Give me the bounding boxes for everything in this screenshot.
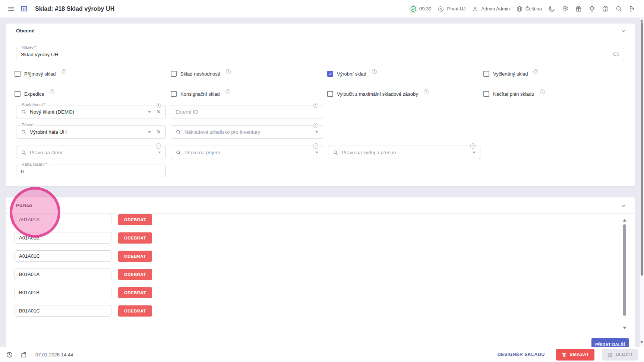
help-icon[interactable] xyxy=(602,5,609,12)
logout-icon[interactable] xyxy=(629,5,636,12)
remove-button[interactable]: ODEBRAT xyxy=(118,269,152,280)
menu-icon[interactable] xyxy=(7,5,15,13)
checkbox-sklad-neshodnosti[interactable]: Sklad neshodností ? xyxy=(171,70,327,77)
scroll-up-icon[interactable] xyxy=(623,219,626,222)
clear-icon[interactable] xyxy=(157,130,161,134)
checkbox-icon xyxy=(483,91,489,97)
section-positions-header[interactable]: Pozice xyxy=(6,197,635,214)
help-badge-icon[interactable]: ? xyxy=(424,89,429,94)
scrollbar-thumb[interactable] xyxy=(641,22,643,276)
checkbox-icon xyxy=(483,71,489,77)
position-row: A01A01B ODEBRAT xyxy=(15,232,635,244)
search-icon xyxy=(333,150,338,155)
help-badge-icon[interactable]: ? xyxy=(313,143,318,149)
position-input[interactable]: A01A01A xyxy=(15,214,111,225)
signpost-icon[interactable] xyxy=(562,5,569,12)
help-badge-icon[interactable]: ? xyxy=(61,69,66,74)
help-badge-icon[interactable]: ? xyxy=(313,103,318,108)
organization-label: První UJ xyxy=(447,6,465,12)
bell-icon[interactable] xyxy=(588,5,596,12)
caret-down-icon xyxy=(315,152,318,153)
caret-down-icon xyxy=(148,131,151,133)
remove-button[interactable]: ODEBRAT xyxy=(118,287,152,298)
help-badge-icon[interactable]: ? xyxy=(156,103,161,108)
company-select[interactable]: Společnost* Nový klient (DEMO) ? xyxy=(16,105,166,118)
search-icon xyxy=(21,150,26,155)
remove-button[interactable]: ODEBRAT xyxy=(118,232,152,244)
moon-icon[interactable] xyxy=(548,5,555,12)
search-icon xyxy=(21,109,26,115)
position-row: B01A01C ODEBRAT xyxy=(15,305,635,317)
globe-icon xyxy=(516,6,523,12)
user-menu[interactable]: Admin Admin xyxy=(472,6,510,12)
remove-button[interactable]: ODEBRAT xyxy=(118,214,152,225)
gift-icon[interactable] xyxy=(575,5,582,12)
section-general-header[interactable]: Obecné xyxy=(6,23,635,38)
warehouse-designer-button[interactable]: DESIGNÉR SKLADU xyxy=(496,350,546,359)
status-time: 09:30 xyxy=(419,6,432,12)
clear-icon[interactable] xyxy=(157,109,161,114)
read-right-select[interactable]: Právo na čtení ? xyxy=(16,146,166,159)
position-input[interactable]: B01A01A xyxy=(15,269,111,280)
organization-menu[interactable]: $ První UJ xyxy=(438,6,465,12)
help-badge-icon[interactable]: ? xyxy=(313,123,318,128)
help-badge-icon[interactable]: ? xyxy=(226,69,231,74)
position-input[interactable]: B01A01C xyxy=(15,305,111,317)
position-row: B01A01B ODEBRAT xyxy=(15,287,635,298)
scrollbar-thumb[interactable] xyxy=(623,224,626,316)
search-icon[interactable] xyxy=(615,5,622,12)
position-input[interactable]: A01A01C xyxy=(15,250,111,262)
checkbox-expedice[interactable]: Expedice ? xyxy=(15,90,171,98)
search-icon xyxy=(176,129,181,135)
help-badge-icon[interactable]: ? xyxy=(156,143,161,149)
remove-button[interactable]: ODEBRAT xyxy=(118,251,152,262)
plant-select-label: Závod xyxy=(22,123,34,127)
scroll-down-icon[interactable] xyxy=(640,341,643,344)
save-button[interactable]: ULOŽIT xyxy=(602,349,638,361)
checkbox-konsignacni-sklad[interactable]: Konsignační sklad ? xyxy=(171,90,327,98)
issue-right-select[interactable]: Právo na výdej a přesun ? xyxy=(328,146,480,159)
bottom-bar: 07.01.2026 14:44 DESIGNÉR SKLADU SMAZAT … xyxy=(0,347,644,362)
help-badge-icon[interactable]: ? xyxy=(225,89,230,94)
position-input[interactable]: A01A01B xyxy=(15,232,111,244)
checkbox-nacitat-plan-skladu[interactable]: Načítat plán skladu ? xyxy=(483,90,624,98)
name-field-value: Sklad výroby UH xyxy=(21,52,59,57)
receipt-right-select[interactable]: Právo na příjem ? xyxy=(171,146,323,159)
help-badge-icon[interactable]: ? xyxy=(470,143,476,149)
sort-weight-field[interactable]: Váha řazení* 0 xyxy=(16,165,166,178)
name-field[interactable]: Název* Sklad výroby UH CS xyxy=(16,48,624,61)
checkbox-label: Expedice xyxy=(24,91,44,97)
checkbox-vyloucit-z-maximalni-zasoby[interactable]: Vyloučit z maximální skladové zásoby ? xyxy=(327,90,483,98)
read-right-placeholder: Právo na čtení xyxy=(30,150,62,155)
language-menu[interactable]: Čeština xyxy=(516,6,542,12)
remove-button[interactable]: ODEBRAT xyxy=(118,305,152,317)
chevron-down-icon[interactable] xyxy=(621,203,626,209)
scroll-down-icon[interactable] xyxy=(623,327,626,329)
help-badge-icon[interactable]: ? xyxy=(372,69,377,74)
caret-down-icon xyxy=(315,131,318,133)
section-positions: Pozice A01A01A ODEBRAT A01A01B ODEBRAT A… xyxy=(5,197,635,361)
plant-select[interactable]: Závod Výrobní hala UH xyxy=(16,125,166,139)
external-id-field[interactable]: Externí ID ? xyxy=(171,105,323,118)
history-icon[interactable] xyxy=(6,351,13,358)
page-scrollbar[interactable] xyxy=(640,18,644,347)
cost-center-select[interactable]: Nákladové středisko pro inventury ? xyxy=(171,125,323,139)
checkbox-vyrobni-sklad[interactable]: Výrobní sklad ? xyxy=(327,70,483,77)
checkbox-vycleneny-sklad[interactable]: Vyčleněný sklad ? xyxy=(483,70,624,77)
status-indicator[interactable]: 09:30 xyxy=(410,6,432,12)
chevron-down-icon[interactable] xyxy=(621,28,626,34)
table-icon xyxy=(20,5,28,12)
help-badge-icon[interactable]: ? xyxy=(533,69,538,74)
issue-right-placeholder: Právo na výdej a přesun xyxy=(342,150,396,155)
scroll-up-icon[interactable] xyxy=(640,19,643,22)
last-modified-timestamp: 07.01.2026 14:44 xyxy=(35,352,73,358)
help-badge-icon[interactable]: ? xyxy=(540,89,545,94)
checkbox-prijmovy-sklad[interactable]: Příjmový sklad ? xyxy=(15,70,171,77)
restore-window-icon[interactable] xyxy=(19,351,26,358)
receipt-right-placeholder: Právo na příjem xyxy=(184,150,220,155)
help-badge-icon[interactable]: ? xyxy=(50,89,54,94)
position-input[interactable]: B01A01B xyxy=(15,287,111,298)
delete-button[interactable]: SMAZAT xyxy=(556,349,594,361)
positions-scrollbar[interactable] xyxy=(622,219,626,329)
search-icon xyxy=(176,150,181,155)
